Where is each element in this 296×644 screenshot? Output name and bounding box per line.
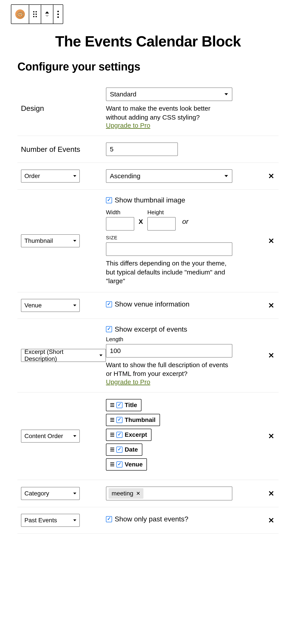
remove-venue-button[interactable]: ✕ [268, 301, 274, 310]
category-input[interactable]: meeting ✕ [106, 486, 232, 500]
venue-cb-label: Show venue information [115, 300, 189, 308]
design-select[interactable]: Standard [106, 88, 232, 101]
excerpt-label-select[interactable]: Excerpt (Short Description) [21, 349, 106, 362]
plugin-icon: 🐵 [15, 10, 25, 19]
or-text: or [182, 218, 188, 226]
thumbnail-label-select[interactable]: Thumbnail [21, 234, 80, 248]
width-label: Width [106, 209, 134, 216]
row-thumbnail: Thumbnail Show thumbnail image Width X H… [17, 190, 279, 292]
content-order-label-select[interactable]: Content Order [21, 430, 80, 443]
more-options-button[interactable] [53, 5, 63, 24]
venue-label-select[interactable]: Venue [21, 299, 80, 312]
remove-past-events-button[interactable]: ✕ [268, 516, 274, 525]
page-subtitle: Configure your settings [17, 60, 279, 73]
order-item-date[interactable]: Date [106, 444, 142, 456]
category-tag: meeting ✕ [109, 488, 143, 499]
order-select[interactable]: Ascending [106, 169, 232, 183]
order-item-title[interactable]: Title [106, 399, 141, 411]
grip-icon [110, 462, 114, 466]
grip-icon [110, 418, 114, 422]
height-input[interactable] [147, 217, 176, 230]
row-past-events: Past Events Show only past events? ✕ [17, 507, 279, 534]
excerpt-helper: Want to show the full description of eve… [106, 360, 232, 378]
remove-tag-icon[interactable]: ✕ [136, 490, 140, 496]
grip-icon [110, 448, 114, 451]
height-label: Height [147, 209, 176, 216]
block-toolbar: 🐵 [11, 4, 63, 24]
order-label-select[interactable]: Order [21, 170, 80, 182]
block-icon-cell[interactable]: 🐵 [11, 5, 29, 24]
length-input[interactable] [106, 344, 232, 358]
width-input[interactable] [106, 217, 134, 230]
drag-handle[interactable] [29, 5, 41, 24]
move-controls[interactable] [41, 5, 53, 24]
row-content-order: Content Order Title Thumbnail Excerpt [17, 392, 279, 480]
grip-icon [110, 403, 114, 407]
order-item-excerpt[interactable]: Excerpt [106, 429, 151, 441]
upgrade-link-excerpt[interactable]: Upgrade to Pro [106, 378, 150, 386]
excerpt-checkbox[interactable] [106, 326, 112, 332]
grip-icon [110, 433, 114, 436]
date-order-checkbox[interactable] [116, 446, 122, 453]
row-design: Design Standard Want to make the events … [17, 81, 279, 136]
upgrade-link-design[interactable]: Upgrade to Pro [106, 122, 150, 129]
row-num-events: Number of Events [17, 136, 279, 163]
chevron-down-icon[interactable] [45, 15, 49, 17]
design-label: Design [21, 104, 44, 112]
thumbnail-cb-label: Show thumbnail image [115, 196, 185, 204]
drag-icon [33, 11, 37, 17]
num-events-label: Number of Events [21, 145, 80, 154]
chevron-up-icon[interactable] [45, 11, 49, 14]
row-venue: Venue Show venue information ✕ [17, 292, 279, 319]
past-events-label-select[interactable]: Past Events [21, 514, 80, 527]
thumbnail-checkbox[interactable] [106, 197, 112, 203]
page-title: The Events Calendar Block [17, 33, 279, 50]
row-order: Order Ascending ✕ [17, 163, 279, 190]
remove-excerpt-button[interactable]: ✕ [268, 351, 274, 360]
size-label: SIZE [106, 235, 232, 241]
category-label-select[interactable]: Category [21, 487, 80, 500]
venue-order-checkbox[interactable] [116, 462, 122, 468]
row-add-option [17, 534, 279, 556]
remove-category-button[interactable]: ✕ [268, 489, 274, 498]
remove-thumbnail-button[interactable]: ✕ [268, 236, 274, 245]
order-item-venue[interactable]: Venue [106, 458, 147, 470]
thumbnail-order-checkbox[interactable] [116, 417, 122, 423]
dimension-x: X [139, 218, 143, 225]
remove-content-order-button[interactable]: ✕ [268, 432, 274, 440]
excerpt-cb-label: Show excerpt of events [115, 325, 187, 333]
row-excerpt: Excerpt (Short Description) Show excerpt… [17, 319, 279, 392]
excerpt-order-checkbox[interactable] [116, 432, 122, 438]
title-checkbox[interactable] [116, 402, 122, 408]
length-label: Length [106, 336, 232, 343]
past-events-cb-label: Show only past events? [115, 515, 188, 523]
size-input[interactable] [106, 242, 232, 256]
past-events-checkbox[interactable] [106, 516, 112, 522]
order-item-thumbnail[interactable]: Thumbnail [106, 414, 160, 426]
venue-checkbox[interactable] [106, 301, 112, 308]
thumbnail-helper: This differs depending on the your theme… [106, 259, 232, 286]
remove-order-button[interactable]: ✕ [268, 172, 274, 180]
num-events-input[interactable] [106, 142, 178, 156]
design-helper: Want to make the events look better with… [106, 104, 232, 122]
more-icon [57, 11, 59, 18]
row-category: Category meeting ✕ ✕ [17, 480, 279, 507]
